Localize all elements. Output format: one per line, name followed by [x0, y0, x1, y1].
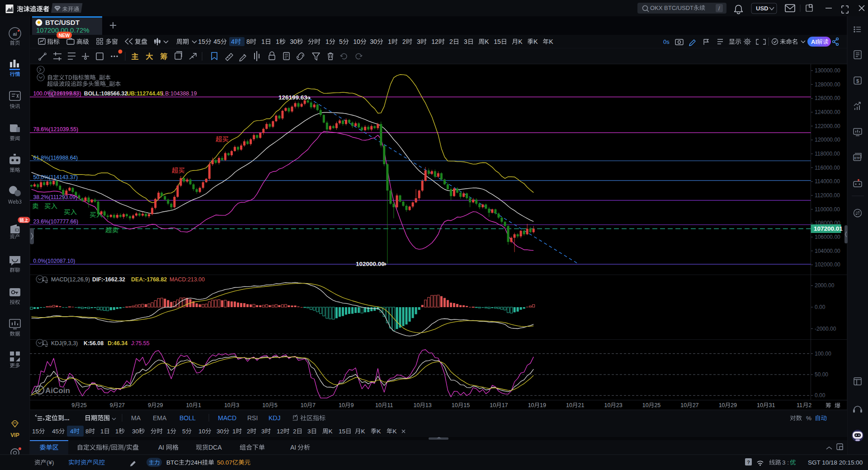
svg-text:MACD:213.00: MACD:213.00: [170, 276, 205, 283]
svg-text:K: K: [329, 428, 333, 435]
svg-text:(¥): (¥): [47, 459, 54, 466]
svg-text:10: 10: [375, 402, 382, 408]
svg-text:30: 30: [132, 428, 139, 435]
svg-text:126199.63: 126199.63: [278, 94, 307, 101]
svg-text:...: ...: [64, 414, 70, 422]
svg-text:NEW: NEW: [59, 33, 70, 38]
svg-text:61.8%(116988.64): 61.8%(116988.64): [33, 155, 78, 161]
svg-text:38.2%(111293.09): 38.2%(111293.09): [33, 194, 78, 200]
svg-text:K:56.08: K:56.08: [84, 340, 104, 347]
svg-text:9: 9: [148, 402, 151, 408]
svg-text:1: 1: [388, 38, 392, 45]
svg-text:31: 31: [769, 402, 775, 408]
svg-text:0s: 0s: [663, 38, 670, 45]
svg-text:-2000.00: -2000.00: [815, 326, 836, 332]
svg-text:45: 45: [52, 428, 59, 435]
svg-text:K: K: [361, 428, 365, 435]
svg-text:KDJ: KDJ: [269, 414, 280, 422]
svg-text:130000.00: 130000.00: [815, 67, 840, 74]
svg-text:10: 10: [413, 402, 420, 408]
svg-text:19: 19: [540, 402, 546, 408]
svg-text:BOLL:108566.32: BOLL:108566.32: [84, 90, 128, 97]
svg-text:MA: MA: [131, 414, 141, 422]
svg-text:102000.00: 102000.00: [815, 261, 840, 268]
svg-text:11: 11: [797, 402, 802, 408]
svg-text:3: 3: [417, 38, 420, 45]
svg-text:AI: AI: [290, 444, 296, 451]
svg-text:EMA: EMA: [153, 414, 167, 422]
svg-text:3: 3: [464, 38, 467, 45]
svg-text:128000.00: 128000.00: [815, 81, 840, 88]
svg-text:29: 29: [731, 402, 737, 408]
svg-text:7: 7: [312, 402, 316, 408]
svg-text:K: K: [549, 38, 553, 45]
svg-text:124000.00: 124000.00: [815, 109, 840, 115]
svg-text:13: 13: [425, 402, 432, 408]
svg-text:1: 1: [100, 428, 104, 435]
svg-text:1: 1: [276, 38, 279, 45]
svg-text:D:46.34: D:46.34: [108, 340, 127, 347]
svg-text:2: 2: [293, 428, 297, 435]
svg-text:10: 10: [301, 402, 307, 408]
svg-text:1: 1: [232, 428, 236, 435]
svg-text:1: 1: [261, 38, 265, 45]
svg-text:1: 1: [198, 402, 201, 408]
svg-text:102000.00: 102000.00: [356, 261, 385, 267]
svg-text:4: 4: [70, 428, 74, 435]
svg-text:122000.00: 122000.00: [815, 123, 840, 129]
svg-text:9: 9: [71, 402, 75, 408]
svg-text:110000.00: 110000.00: [815, 206, 840, 213]
svg-text:1: 1: [115, 428, 119, 435]
svg-text:c: c: [38, 387, 41, 394]
svg-text:VIP: VIP: [10, 432, 19, 438]
svg-text:UB:112744.45: UB:112744.45: [127, 90, 163, 97]
svg-text:K: K: [485, 38, 489, 45]
svg-text:3: 3: [236, 402, 239, 408]
svg-text:30: 30: [290, 38, 297, 45]
svg-text:10: 10: [680, 402, 687, 408]
svg-text:78.6%(121039.55): 78.6%(121039.55): [33, 126, 79, 133]
svg-text:27: 27: [693, 402, 699, 408]
svg-text:15: 15: [32, 428, 39, 435]
svg-text:10: 10: [224, 402, 231, 408]
svg-text:2: 2: [402, 38, 406, 45]
svg-text:120000.00: 120000.00: [815, 137, 840, 143]
svg-text:24H: 24H: [191, 459, 202, 466]
svg-text:50.07: 50.07: [217, 459, 232, 466]
svg-text:10: 10: [186, 402, 193, 408]
svg-text:J:75.55: J:75.55: [131, 340, 150, 347]
svg-text:BTC: BTC: [166, 459, 179, 466]
svg-text:5: 5: [182, 428, 186, 435]
svg-text:15: 15: [339, 428, 345, 435]
svg-text:1: 1: [167, 428, 170, 435]
svg-text:AI: AI: [811, 38, 817, 45]
svg-text:3: 3: [307, 428, 311, 435]
svg-text:21: 21: [578, 402, 584, 408]
svg-text:BOLL: BOLL: [179, 414, 196, 422]
svg-text:17: 17: [502, 402, 508, 408]
svg-text:0.00: 0.00: [815, 304, 826, 310]
svg-text:118000.00: 118000.00: [815, 151, 840, 157]
svg-text:SGT 10/18 20:15:00: SGT 10/18 20:15:00: [808, 459, 863, 466]
svg-text:3: 3: [261, 428, 265, 435]
svg-text:1: 1: [326, 38, 329, 45]
svg-text:12: 12: [277, 428, 283, 435]
svg-text:8: 8: [85, 428, 89, 435]
svg-text:K: K: [518, 38, 523, 45]
svg-text:15: 15: [494, 38, 501, 45]
svg-text:3 :: 3 :: [782, 459, 789, 466]
svg-text:BTC/USDT: BTC/USDT: [45, 19, 80, 26]
svg-text:LB:104388.19: LB:104388.19: [162, 90, 197, 97]
svg-text:12: 12: [431, 38, 439, 45]
svg-text:AI: AI: [158, 444, 164, 451]
svg-text:10: 10: [642, 402, 649, 408]
svg-text:DCA: DCA: [208, 444, 222, 451]
svg-text:27: 27: [118, 402, 125, 408]
svg-text:ETF: ETF: [854, 157, 860, 160]
svg-text:50.00: 50.00: [815, 371, 828, 378]
svg-text:9: 9: [110, 402, 113, 408]
svg-text:10: 10: [528, 402, 534, 408]
svg-text:ai: ai: [13, 31, 17, 37]
svg-text:2: 2: [808, 402, 811, 408]
svg-text:0.0%(102087.10): 0.0%(102087.10): [33, 258, 75, 264]
